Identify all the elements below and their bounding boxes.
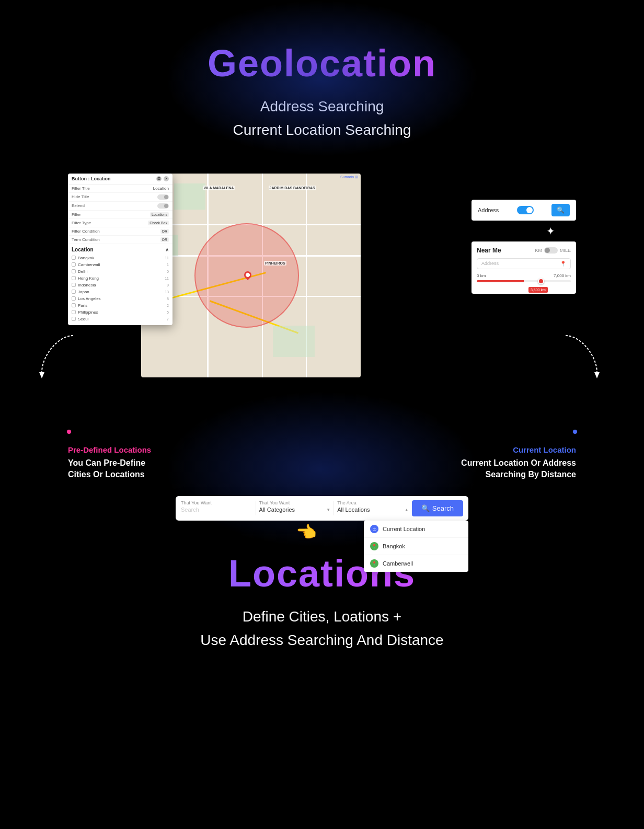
location-section-header: Location ∧ (72, 247, 169, 252)
location-checkbox[interactable] (72, 310, 76, 314)
location-item[interactable]: Hong Kong 11 (72, 275, 169, 282)
location-name: Delhi (78, 269, 87, 274)
range-thumb[interactable] (538, 278, 544, 284)
location-item[interactable]: Philippines 5 (72, 309, 169, 316)
location-checkbox[interactable] (72, 256, 76, 260)
dropdown-item-icon: 📍 (370, 542, 378, 550)
location-item-left: Los Angeles (72, 296, 101, 301)
labels-row: Pre-Defined Locations You Can Pre-Define… (0, 445, 644, 481)
section-geolocation: Geolocation Address Searching Current Lo… (0, 0, 644, 142)
locations-title: Locations (0, 552, 644, 595)
location-checkbox[interactable] (72, 303, 76, 307)
address-input-row: Address 📍 (477, 258, 571, 269)
term-condition-select[interactable]: OR (160, 237, 169, 242)
label-left-desc2: Cities Or Locations (68, 470, 145, 479)
panel-filter-resize-icon[interactable]: ⊡ (156, 176, 162, 181)
address-search-button[interactable]: 🔍 (551, 204, 570, 216)
filter-condition-select[interactable]: OR (160, 229, 169, 234)
search-icon: 🔍 (557, 206, 565, 214)
panel-map: VILA MADALENA JARDIM DAS BANDEIRAS PINHE… (141, 174, 361, 377)
search-field-2-dropdown[interactable]: All Categories ▼ (259, 506, 331, 513)
filter-type-label: Filter Type (72, 221, 91, 225)
search-field-1-value[interactable]: Search (181, 506, 252, 513)
filter-type-select[interactable]: Check Box (148, 221, 169, 225)
filter-select[interactable]: Locations (150, 212, 169, 217)
label-right-desc2: Searching By Distance (486, 470, 576, 479)
main-search-button[interactable]: 🔍 Search (412, 500, 463, 516)
search-field-2-label: That You Want (259, 500, 331, 505)
page-wrapper: ✦ ✦ Geolocation Address Searching Curren… (0, 0, 644, 652)
search-bar-wrapper: That You Want Search That You Want All C… (176, 496, 468, 521)
location-checkbox[interactable] (72, 276, 76, 280)
km-mile-toggle[interactable] (544, 247, 558, 254)
address-toggle[interactable] (517, 206, 534, 214)
location-checkbox[interactable] (72, 317, 76, 321)
location-item[interactable]: Japan 13 (72, 289, 169, 295)
filter-label: Filter (72, 212, 81, 217)
location-checkbox[interactable] (72, 296, 76, 301)
map-label-vila: VILA MADALENA (203, 186, 235, 190)
location-checkbox[interactable] (72, 262, 76, 267)
address-input-placeholder: Address (481, 261, 499, 266)
location-checkbox[interactable] (72, 290, 76, 294)
label-right-desc1: Current Location Or Address (461, 458, 576, 467)
location-checkbox[interactable] (72, 283, 76, 287)
location-count: 5 (167, 310, 169, 314)
location-item[interactable]: Paris 2 (72, 302, 169, 309)
label-right-desc: Current Location Or Address Searching By… (461, 457, 576, 481)
locations-subtitle-line2: Use Address Searching And Distance (200, 632, 443, 648)
chevron-down-icon: ▼ (326, 508, 330, 512)
geo-subtitle: Address Searching Current Location Searc… (0, 95, 644, 142)
extend-toggle[interactable] (157, 203, 169, 209)
filter-condition-row: Filter Condition OR (68, 227, 172, 236)
dropdown-item[interactable]: 📍 Bangkok (364, 538, 468, 555)
search-field-1-label: That You Want (181, 500, 252, 505)
location-item[interactable]: Seoul 7 (72, 316, 169, 323)
search-field-2-value: All Categories (259, 506, 295, 513)
panel-filter: Button : Location ⊡ × Filter Title Locat… (68, 174, 172, 325)
svg-marker-1 (594, 372, 600, 378)
filter-row: Filter Locations (68, 211, 172, 219)
location-item-left: Hong Kong (72, 276, 99, 281)
location-item[interactable]: Camberwall 1 (72, 261, 169, 268)
label-left-title: Pre-Defined Locations (68, 445, 151, 454)
search-field-3-dropdown[interactable]: All Locations ▲ (337, 506, 409, 513)
filter-title-value: Location (153, 186, 169, 191)
chevron-down-2-icon: ▲ (405, 508, 409, 512)
panel-filter-header-icons: ⊡ × (156, 176, 169, 181)
location-checkbox[interactable] (72, 269, 76, 273)
location-item[interactable]: Bangkok 11 (72, 255, 169, 261)
hand-pointing-icon: 👈 (296, 522, 317, 542)
label-right-title: Current Location (461, 445, 576, 454)
map-background: VILA MADALENA JARDIM DAS BANDEIRAS PINHE… (141, 174, 361, 377)
location-section-collapse[interactable]: ∧ (165, 247, 169, 252)
range-tooltip: 3,500 km (528, 287, 548, 293)
hide-title-label: Hide Title (72, 194, 89, 199)
dropdown-item[interactable]: 📍 Camberwell (364, 555, 468, 572)
location-section-title: Location (72, 247, 94, 252)
hide-title-toggle[interactable] (157, 194, 169, 200)
location-count: 11 (165, 277, 169, 280)
map-label-pinheiros: PINHEIROS (264, 261, 286, 266)
location-item-left: Delhi (72, 269, 87, 274)
location-name: Indonesia (78, 283, 96, 287)
near-me-title: Near Me (477, 247, 501, 254)
search-field-3-label: The Area (337, 500, 409, 505)
location-item[interactable]: Los Angeles 8 (72, 295, 169, 302)
range-slider[interactable]: 3,500 km (477, 280, 571, 282)
filter-type-row: Filter Type Check Box (68, 219, 172, 227)
search-bar-row: That You Want Search That You Want All C… (176, 496, 468, 521)
location-item[interactable]: Indonesia 9 (72, 282, 169, 289)
panel-filter-close-icon[interactable]: × (164, 176, 169, 181)
panel-address: Address 🔍 (472, 200, 576, 221)
panel-filter-title: Button : Location (72, 176, 110, 181)
dropdown-item[interactable]: ◎ Current Location (364, 521, 468, 538)
near-me-header: Near Me KM MILE (477, 247, 571, 254)
location-item[interactable]: Delhi 0 (72, 268, 169, 275)
location-name: Hong Kong (78, 276, 99, 281)
location-item-left: Paris (72, 303, 87, 308)
map-park-1 (174, 183, 205, 210)
term-condition-row: Term Condition OR (68, 236, 172, 244)
km-label: KM (535, 248, 542, 253)
panel-search-bar: That You Want Search That You Want All C… (176, 496, 468, 521)
